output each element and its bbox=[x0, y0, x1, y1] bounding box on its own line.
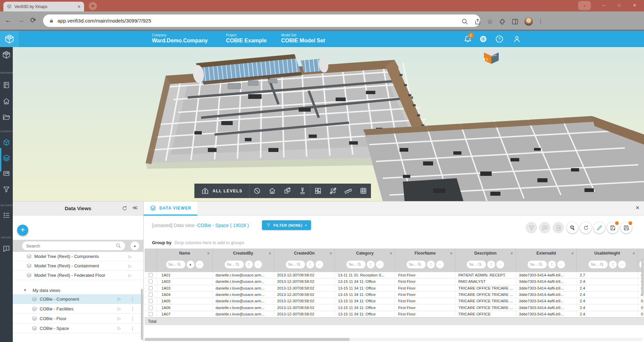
filter-tool-button[interactable] bbox=[526, 222, 537, 233]
play-icon[interactable]: ▷ bbox=[118, 316, 121, 321]
table-row[interactable]: 1A07danielle.r.love@usace.arm...2013-12-… bbox=[145, 311, 644, 317]
column-header-Description[interactable]: Description ✕ bbox=[455, 249, 516, 258]
row-checkbox[interactable] bbox=[149, 306, 153, 310]
company-group[interactable]: Company Ward.Demo.Company bbox=[152, 33, 208, 44]
dataview-item[interactable]: COBie - Facilities ▷ ⋮ bbox=[13, 304, 143, 314]
project-group[interactable]: Project COBIE Example bbox=[226, 33, 267, 44]
edit-button[interactable] bbox=[594, 222, 605, 233]
column-header-ExternalId[interactable]: ExternalId ✕ bbox=[516, 249, 577, 258]
app-logo[interactable] bbox=[0, 31, 19, 47]
side-panel-icon[interactable] bbox=[512, 18, 519, 25]
row-checkbox[interactable] bbox=[149, 279, 153, 283]
dataview-item[interactable]: Model Tree (Revit) - Containment ▷ bbox=[13, 261, 143, 271]
reload-button[interactable]: ⟳ bbox=[30, 16, 36, 24]
3d-viewport[interactable]: ALL LEVELS verifi3D bbox=[13, 47, 644, 201]
select-in-3d-button[interactable] bbox=[567, 222, 578, 233]
column-header-CreatedBy[interactable]: CreatedBy ✕ bbox=[213, 249, 274, 258]
dataview-item[interactable]: COBie - Component ▷ ⋮ bbox=[13, 294, 143, 304]
dataview-item[interactable]: COBie - Space ▷ ⋮ bbox=[13, 324, 143, 333]
play-icon[interactable]: ▷ bbox=[128, 254, 131, 259]
column-search-input[interactable]: Se... bbox=[166, 261, 185, 268]
column-menu-button[interactable]: ·· bbox=[196, 261, 203, 268]
column-menu-button[interactable]: ·· bbox=[557, 261, 565, 268]
dataview-name-link[interactable]: COBie - Space ( 19028 ) bbox=[197, 223, 249, 228]
remove-column-icon[interactable]: ✕ bbox=[571, 252, 574, 255]
dataview-group[interactable]: ▼ My data views bbox=[13, 286, 143, 294]
column-menu-button[interactable]: ·· bbox=[496, 261, 504, 268]
close-panel-icon[interactable]: ✕ bbox=[635, 205, 640, 211]
sort-collapse-button[interactable]: ▲ bbox=[130, 241, 139, 250]
column-menu-button[interactable]: ·· bbox=[254, 261, 262, 268]
column-search-input[interactable]: Se... bbox=[528, 261, 547, 268]
modelset-group[interactable]: Model Set COBIE Model Set bbox=[281, 33, 325, 44]
measure-button[interactable] bbox=[341, 184, 356, 198]
table-vertical-scrollbar[interactable] bbox=[641, 258, 644, 295]
filter-funnel-icon[interactable] bbox=[2, 185, 10, 193]
remove-column-icon[interactable]: ✕ bbox=[269, 252, 271, 255]
filter-button[interactable]: FILTER (NONE) ▾ bbox=[262, 220, 311, 230]
column-header-UsableHeight[interactable]: UsableHeight ✕ bbox=[577, 249, 638, 258]
column-menu-button[interactable]: ·· bbox=[618, 261, 626, 268]
kebab-menu-icon[interactable]: ⋮ bbox=[130, 306, 135, 311]
add-data-view-button[interactable]: + bbox=[17, 225, 28, 236]
play-icon[interactable]: ▷ bbox=[118, 306, 121, 311]
sort-button[interactable]: ▲ bbox=[187, 261, 194, 268]
column-header-Name[interactable]: Name ✕ bbox=[157, 249, 213, 258]
table-row[interactable]: 1A02danielle.r.love@usace.arm...2013-12-… bbox=[145, 278, 644, 285]
kebab-menu-icon[interactable]: ⋮ bbox=[130, 296, 135, 302]
row-checkbox[interactable] bbox=[149, 299, 153, 303]
table-row[interactable]: 1A05danielle.r.love@usace.arm...2013-12-… bbox=[145, 298, 644, 304]
section-box-button[interactable] bbox=[326, 184, 341, 198]
checklist-icon[interactable] bbox=[2, 211, 10, 219]
table-row[interactable]: 1A01danielle.r.love@usace.arm...2013-12-… bbox=[145, 272, 644, 278]
table-horizontal-scrollbar[interactable] bbox=[145, 338, 642, 341]
sort-button[interactable] bbox=[306, 261, 314, 268]
column-search-input[interactable]: Se... bbox=[346, 261, 366, 268]
play-icon[interactable]: ▷ bbox=[128, 273, 131, 278]
bookmark-star-icon[interactable]: ☆ bbox=[487, 18, 493, 25]
remove-column-icon[interactable]: ✕ bbox=[207, 252, 210, 255]
sort-button[interactable] bbox=[609, 261, 617, 268]
search-pill[interactable] bbox=[22, 241, 125, 250]
url-bar[interactable]: app.verifi3d.com/main/models/3099/7/925 bbox=[43, 14, 480, 27]
column-menu-button[interactable]: ·· bbox=[376, 261, 384, 268]
scrollbar-thumb[interactable] bbox=[145, 338, 350, 341]
sort-button[interactable] bbox=[245, 261, 253, 268]
folder-icon[interactable] bbox=[2, 113, 10, 121]
play-icon[interactable]: ▷ bbox=[118, 326, 121, 331]
grid-button[interactable] bbox=[356, 184, 371, 198]
play-icon[interactable]: ▷ bbox=[128, 264, 131, 268]
classify-cube-icon[interactable] bbox=[2, 139, 10, 147]
save-as-button[interactable] bbox=[607, 222, 618, 233]
browser-avatar[interactable] bbox=[524, 17, 533, 26]
row-checkbox[interactable] bbox=[149, 273, 153, 277]
new-tab-button[interactable]: + bbox=[89, 2, 97, 10]
remove-column-icon[interactable]: ✕ bbox=[633, 252, 635, 255]
remove-column-icon[interactable]: ✕ bbox=[510, 252, 513, 255]
settings-gear-icon[interactable] bbox=[479, 35, 488, 43]
browser-menu-icon[interactable]: ⋮ bbox=[538, 18, 543, 25]
tab-close-icon[interactable]: ✕ bbox=[77, 4, 81, 9]
column-search-input[interactable]: Se... bbox=[286, 261, 305, 268]
kebab-menu-icon[interactable]: ⋮ bbox=[130, 316, 135, 321]
refresh-icon[interactable] bbox=[121, 205, 128, 212]
window-close-button[interactable]: ✕ bbox=[627, 1, 642, 10]
column-search-input[interactable]: Se... bbox=[589, 261, 608, 268]
sort-button[interactable] bbox=[367, 261, 375, 268]
remove-column-icon[interactable]: ✕ bbox=[330, 252, 332, 255]
2d-view-button[interactable] bbox=[280, 184, 295, 198]
all-levels-button[interactable]: ALL LEVELS bbox=[194, 184, 249, 198]
column-header-FloorName[interactable]: FloorName ✕ bbox=[395, 249, 455, 258]
row-checkbox[interactable] bbox=[149, 293, 153, 297]
sort-button[interactable] bbox=[427, 261, 435, 268]
column-search-input[interactable]: Se... bbox=[225, 261, 244, 268]
window-maximize-button[interactable]: □ bbox=[612, 1, 627, 10]
search-input[interactable] bbox=[26, 243, 116, 249]
sort-button[interactable] bbox=[548, 261, 556, 268]
home-icon[interactable] bbox=[2, 97, 10, 105]
home-view-button[interactable] bbox=[265, 184, 280, 198]
journal-book-icon[interactable] bbox=[2, 81, 10, 89]
comment-tool-button[interactable] bbox=[539, 222, 551, 233]
split-view-button[interactable] bbox=[310, 184, 326, 198]
export-tool-button[interactable] bbox=[553, 222, 564, 233]
